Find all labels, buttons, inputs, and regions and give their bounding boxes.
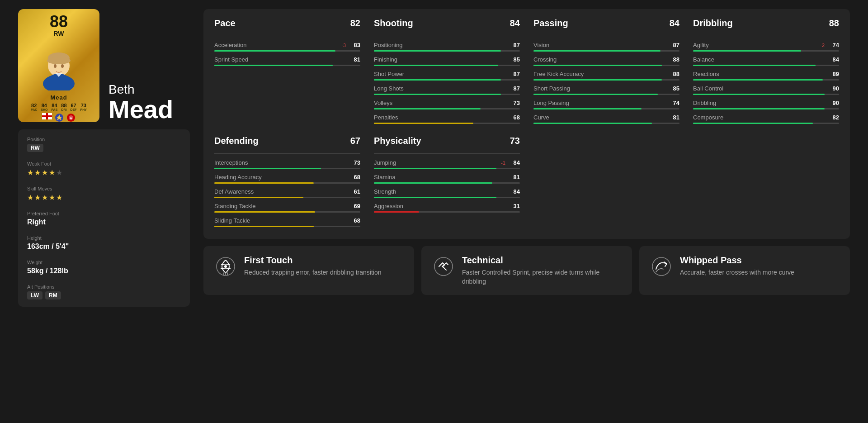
stat-interceptions-value: 73 xyxy=(349,159,360,166)
shooting-name: Shooting xyxy=(374,18,413,29)
stat-jumping-bar xyxy=(374,168,496,169)
stat-balance-value: 84 xyxy=(828,56,839,63)
stat-composure-value: 82 xyxy=(828,114,839,121)
stat-interceptions-row: Interceptions 73 xyxy=(214,157,360,168)
stat-heading-acc-bar xyxy=(214,182,314,184)
stat-sprint-speed-bar xyxy=(214,65,333,66)
stat-sliding-tackle-name: Sliding Tackle xyxy=(214,217,333,224)
stat-long-shots-name: Long Shots xyxy=(374,85,493,92)
dribbling-divider xyxy=(693,36,839,36)
stat-agility-name: Agility xyxy=(693,42,812,48)
stat-penalties-name: Penalties xyxy=(374,114,493,121)
empty-col-3 xyxy=(533,136,679,230)
stat-sprint-speed-value: 81 xyxy=(349,56,360,63)
stat-ball-control-name: Ball Control xyxy=(693,85,812,92)
passing-header: Passing 84 xyxy=(533,18,679,32)
dribbling-header: Dribbling 88 xyxy=(693,18,839,32)
stat-long-passing-bar xyxy=(533,108,642,109)
stat-fka-value: 88 xyxy=(669,71,679,77)
first-touch-name: First Touch xyxy=(244,255,382,266)
stat-strength-bar xyxy=(374,197,496,198)
stat-crossing-bar xyxy=(533,65,662,66)
stat-curve-name: Curve xyxy=(533,114,652,121)
card-stat-phy: 73 PHY xyxy=(80,103,87,111)
technical-icon xyxy=(432,255,455,278)
stat-curve-bar xyxy=(533,123,652,124)
stat-ball-control-bar xyxy=(693,94,825,95)
stat-composure-name: Composure xyxy=(693,114,812,121)
physicality-name: Physicality xyxy=(374,136,421,146)
card-stat-pas: 84 PAS xyxy=(51,103,57,111)
first-touch-desc: Reduced trapping error, faster dribbling… xyxy=(244,268,382,277)
stat-composure-bar xyxy=(693,123,813,124)
stat-sliding-tackle-bar xyxy=(214,226,314,227)
player-name-heading: Beth Mead xyxy=(108,82,173,122)
stat-agility-bar xyxy=(693,50,801,52)
skill-moves-stars: ★★★★★ xyxy=(27,193,181,202)
shooting-score: 84 xyxy=(510,18,520,29)
card-stat-pac: 82 PAC xyxy=(31,103,37,111)
stat-jumping-modifier: -1 xyxy=(496,160,505,166)
svg-rect-8 xyxy=(42,115,52,117)
weak-foot-info: Weak Foot ★★★★★ xyxy=(27,161,181,177)
stat-short-passing-name: Short Passing xyxy=(533,85,652,92)
dribbling-score: 88 xyxy=(829,18,839,29)
physicality-score: 73 xyxy=(510,136,520,146)
position-badge: RW xyxy=(27,144,43,152)
pace-header: Pace 82 xyxy=(214,18,360,32)
stat-shot-power-bar xyxy=(374,79,501,81)
stat-jumping-name: Jumping xyxy=(374,159,493,166)
stat-long-shots-bar xyxy=(374,94,501,95)
stat-acceleration-value: 83 xyxy=(349,42,360,48)
weak-foot-label: Weak Foot xyxy=(27,161,181,166)
svg-point-18 xyxy=(652,257,670,276)
card-position: RW xyxy=(53,30,64,37)
stat-agility-row: Agility -2 74 xyxy=(693,40,839,50)
first-touch-icon xyxy=(214,255,237,278)
stat-stamina-row: Stamina 81 xyxy=(374,172,520,182)
stat-sprint-speed-row: Sprint Speed 81 xyxy=(214,54,360,65)
stat-long-passing-name: Long Passing xyxy=(533,100,652,106)
first-touch-content: First Touch Reduced trapping error, fast… xyxy=(244,255,382,277)
position-label: Position xyxy=(27,137,181,142)
player-card: 88 RW xyxy=(18,9,99,122)
shooting-header: Shooting 84 xyxy=(374,18,520,32)
stats-top-row: Pace 82 Acceleration -3 83 Sprint Speed xyxy=(214,18,839,127)
stat-balance-name: Balance xyxy=(693,56,812,63)
stat-standing-tackle-bar xyxy=(214,211,315,213)
stat-long-passing-row: Long Passing 74 xyxy=(533,98,679,108)
player-header: 88 RW xyxy=(18,9,190,122)
stat-acceleration-bar-container xyxy=(214,50,360,52)
stat-volleys-row: Volleys 73 xyxy=(374,98,520,108)
preferred-foot-value: Right xyxy=(27,218,181,226)
stat-fka-row: Free Kick Accuracy 88 xyxy=(533,69,679,79)
height-label: Height xyxy=(27,235,181,241)
stats-bottom-row: Defending 67 Interceptions 73 Heading Ac… xyxy=(214,136,839,230)
stat-reactions-value: 89 xyxy=(828,71,839,77)
card-stat-dri: 88 DRI xyxy=(61,103,66,111)
defending-score: 67 xyxy=(350,136,360,146)
stat-crossing-value: 88 xyxy=(669,56,679,63)
stat-short-passing-value: 85 xyxy=(669,85,679,92)
club-badge-2-icon: A xyxy=(66,113,75,122)
stat-positioning-bar xyxy=(374,50,501,52)
card-name: Mead xyxy=(50,94,67,101)
alt-badge-rm: RM xyxy=(45,291,61,299)
stat-stamina-name: Stamina xyxy=(374,174,493,181)
stat-stamina-bar xyxy=(374,182,492,184)
stat-sprint-speed-name: Sprint Speed xyxy=(214,56,333,63)
stat-penalties-value: 68 xyxy=(509,114,520,121)
skill-moves-info: Skill Moves ★★★★★ xyxy=(27,186,181,202)
stat-shot-power-value: 87 xyxy=(509,71,520,77)
stat-sliding-tackle-row: Sliding Tackle 68 xyxy=(214,215,360,226)
card-stat-sho: 84 SHO xyxy=(41,103,47,111)
stat-balance-row: Balance 84 xyxy=(693,54,839,65)
player-image xyxy=(34,41,84,90)
club-badge-1-icon xyxy=(55,113,64,122)
height-value: 163cm / 5'4" xyxy=(27,242,181,251)
stat-standing-tackle-value: 69 xyxy=(349,203,360,209)
trait-technical: Technical Faster Controlled Sprint, prec… xyxy=(421,246,632,295)
skill-moves-label: Skill Moves xyxy=(27,186,181,191)
weight-label: Weight xyxy=(27,260,181,265)
stat-dribbling-skill-value: 90 xyxy=(828,100,839,106)
